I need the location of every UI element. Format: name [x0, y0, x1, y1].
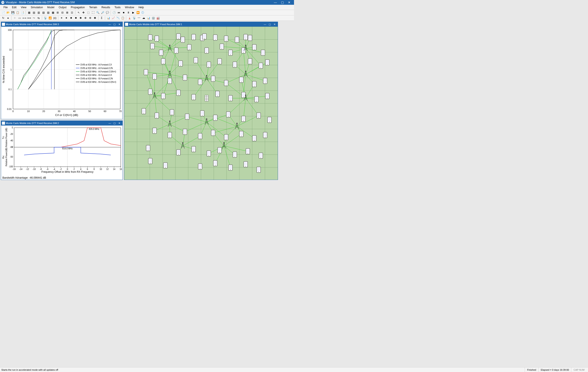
window-view-a-icon[interactable]: ▨ — [46, 10, 50, 15]
copy-icon[interactable]: 📋 — [15, 10, 20, 15]
menu-edit[interactable]: Edit — [10, 5, 19, 9]
svg-rect-455 — [149, 159, 152, 162]
pause-icon[interactable]: ⏸ — [126, 10, 131, 15]
subwindow-header[interactable]: Monte Carlo Mobile into DTT Fixed Receiv… — [1, 121, 123, 125]
window-cascade-icon[interactable]: ▤ — [32, 10, 36, 15]
grid-points-icon[interactable]: ⁘ — [12, 16, 17, 20]
close-button[interactable]: ✕ — [117, 122, 122, 125]
pattern-g-icon[interactable]: ✼ — [88, 16, 92, 20]
report-b-icon[interactable]: 📈 — [111, 16, 115, 20]
minimize-button[interactable]: — — [107, 23, 112, 26]
zoom-in-icon[interactable]: 🔍 — [96, 10, 100, 15]
link-c-icon[interactable]: ⇆ — [36, 16, 41, 20]
minimize-button[interactable]: — — [107, 122, 112, 124]
pan-icon[interactable]: ✥ — [81, 10, 86, 15]
menu-window[interactable]: Window — [123, 5, 136, 9]
link-b-icon[interactable]: ⟺ — [27, 16, 31, 20]
window-split-v-icon[interactable]: ▧ — [41, 10, 45, 15]
play-icon[interactable]: ▶ — [131, 10, 135, 15]
menu-tools[interactable]: Tools — [112, 5, 123, 9]
window-view-b-icon[interactable]: ▩ — [51, 10, 55, 15]
pattern-a-icon[interactable]: ✶ — [59, 16, 64, 20]
pattern-f-icon[interactable]: ✻ — [83, 16, 88, 20]
pattern-b-icon[interactable]: ✷ — [64, 16, 69, 20]
refresh-icon[interactable]: ↻ — [1, 16, 5, 20]
chart-icon[interactable]: 📊 — [146, 16, 151, 20]
subwindow-header[interactable]: Monte Carlo Mobile into DTT Fixed Receiv… — [1, 22, 123, 27]
annotation-icon[interactable]: 💬 — [105, 10, 109, 15]
save-icon[interactable]: 💾 — [11, 10, 15, 15]
menu-view[interactable]: View — [19, 5, 29, 9]
boundary-icon[interactable]: ▭ — [17, 16, 22, 20]
maximize-button[interactable]: ▢ — [279, 1, 286, 4]
svg-point-285 — [254, 49, 255, 50]
report-c-icon[interactable]: 📉 — [116, 16, 120, 20]
menu-results[interactable]: Results — [99, 5, 112, 9]
clock-icon[interactable]: 🕐 — [112, 10, 116, 15]
svg-point-429 — [265, 137, 266, 137]
info-icon[interactable]: ⓘ — [140, 10, 145, 15]
tower-d-icon[interactable]: 🏭 — [156, 16, 160, 20]
tower-a-icon[interactable]: 🗼 — [127, 16, 132, 20]
window-layout-icon[interactable]: ⊡ — [70, 10, 74, 15]
close-button[interactable]: ✕ — [286, 1, 293, 4]
minimize-button[interactable]: — — [262, 23, 267, 26]
zoom-area-icon[interactable]: ⬚ — [86, 10, 90, 15]
cdf-chart-area[interactable]: 0102030405060700.010.1110100DVB at 818 M… — [1, 27, 123, 119]
map-canvas[interactable] — [124, 27, 278, 180]
report-d-icon[interactable]: 📋 — [121, 16, 125, 20]
new-icon[interactable]: 📄 — [1, 10, 5, 15]
window-table-icon[interactable]: ⊞ — [55, 10, 60, 15]
pattern-e-icon[interactable]: ✺ — [78, 16, 83, 20]
zoom-fit-icon[interactable]: ⛶ — [91, 10, 95, 15]
antenna-b-icon[interactable]: 📶 — [48, 16, 52, 20]
open-icon[interactable]: 📂 — [6, 10, 10, 15]
menu-output[interactable]: Output — [57, 5, 69, 9]
sigma-icon[interactable]: Σ — [100, 16, 104, 20]
window-grid-icon[interactable]: ⊟ — [60, 10, 65, 15]
profile-icon[interactable]: ⛰ — [142, 16, 146, 20]
svg-text:10: 10 — [9, 48, 12, 51]
report-a-icon[interactable]: 📊 — [106, 16, 111, 20]
svg-point-399 — [258, 117, 259, 118]
svg-point-354 — [178, 94, 179, 95]
zoom-out-icon[interactable]: 🔎 — [100, 10, 105, 15]
menu-model[interactable]: Model — [45, 5, 57, 9]
pattern-h-icon[interactable]: ✽ — [93, 16, 97, 20]
menu-file[interactable]: File — [1, 5, 10, 9]
link-a-icon[interactable]: ⟷ — [22, 16, 26, 20]
pattern-d-icon[interactable]: ✹ — [74, 16, 78, 20]
tower-c-icon[interactable]: 🏢 — [151, 16, 156, 20]
variable-icon[interactable]: (x) — [53, 16, 57, 20]
maximize-button[interactable]: ▢ — [112, 23, 117, 26]
maximize-button[interactable]: ▢ — [112, 122, 117, 125]
menu-terrain[interactable]: Terrain — [87, 5, 99, 9]
subwindow-header[interactable]: Monte Carlo Mobile into DTT Fixed Receiv… — [124, 22, 278, 27]
svg-text:6: 6 — [87, 168, 88, 170]
wave-icon[interactable]: 〰 — [137, 16, 141, 20]
pointer-icon[interactable]: ↖ — [76, 10, 81, 15]
menu-propagation[interactable]: Propagation — [69, 5, 87, 9]
window-panel-icon[interactable]: ⊠ — [65, 10, 69, 15]
antenna-a-icon[interactable]: 📡 — [43, 16, 47, 20]
minimize-button[interactable]: — — [272, 1, 279, 4]
path-icon[interactable]: ⤳ — [32, 16, 36, 20]
close-button[interactable]: ✕ — [117, 23, 122, 26]
svg-point-423 — [241, 136, 242, 136]
window-split-h-icon[interactable]: ▥ — [36, 10, 41, 15]
stop-icon[interactable]: ■ — [121, 10, 126, 15]
fast-forward-icon[interactable]: ⏩ — [136, 10, 140, 15]
menu-simulation[interactable]: Simulation — [29, 5, 45, 9]
svg-rect-230 — [177, 34, 180, 38]
tower-b-icon[interactable]: 📡 — [132, 16, 136, 20]
maximize-button[interactable]: ▢ — [267, 23, 272, 26]
pattern-c-icon[interactable]: ✸ — [69, 16, 73, 20]
globe-icon[interactable]: ● — [6, 16, 10, 20]
window-tile-icon[interactable]: ▦ — [27, 10, 31, 15]
menu-help[interactable]: Help — [136, 5, 146, 9]
svg-point-369 — [256, 101, 257, 102]
paste-icon[interactable]: 📑 — [20, 10, 24, 15]
close-button[interactable]: ✕ — [272, 23, 277, 26]
rewind-icon[interactable]: ⏮ — [117, 10, 121, 15]
spectrum-chart-area[interactable]: -16-14-12-10-8-6-4-202468101214160-20-40… — [1, 125, 123, 180]
